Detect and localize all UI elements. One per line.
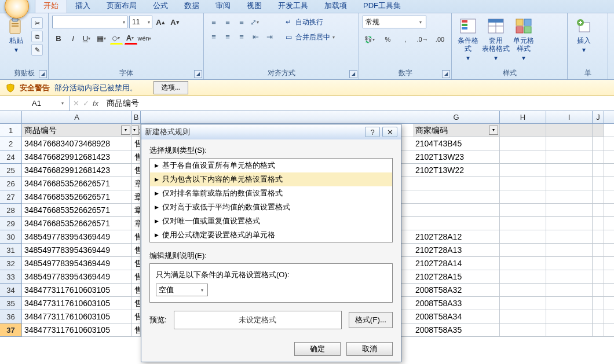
- cell[interactable]: [546, 270, 593, 283]
- rule-type-item[interactable]: 仅对高于或低于平均值的数值设置格式: [150, 200, 392, 214]
- cell[interactable]: [593, 257, 604, 270]
- cell[interactable]: [593, 284, 604, 296]
- condition-select[interactable]: 空值▾: [156, 284, 208, 296]
- phonetic-button[interactable]: wén▾: [139, 32, 152, 45]
- filter-dropdown[interactable]: ▾: [132, 126, 139, 135]
- row-header[interactable]: 34: [0, 284, 22, 297]
- cell[interactable]: 3484766829912681423: [22, 150, 132, 163]
- cell[interactable]: 售: [132, 150, 141, 163]
- alignment-dialog-launcher[interactable]: ◢: [349, 70, 357, 78]
- cell[interactable]: 售: [132, 244, 141, 256]
- cell[interactable]: [546, 284, 593, 296]
- cell[interactable]: 3485497783954369449: [22, 257, 132, 270]
- cell[interactable]: [500, 164, 546, 177]
- cancel-button[interactable]: 取消: [346, 342, 393, 356]
- shrink-font-button[interactable]: A▾: [169, 16, 181, 28]
- cut-button[interactable]: ✂: [31, 17, 43, 29]
- cell[interactable]: [500, 257, 546, 270]
- cell[interactable]: 章: [132, 204, 141, 216]
- cell[interactable]: [500, 137, 546, 150]
- cell[interactable]: [546, 323, 593, 336]
- cancel-formula-icon[interactable]: ✕: [73, 99, 79, 108]
- cell[interactable]: 3485497783954369449: [22, 270, 132, 283]
- align-center-button[interactable]: ≡: [221, 30, 234, 43]
- cell[interactable]: [500, 204, 546, 216]
- font-size-combo[interactable]: 11▾: [129, 16, 152, 28]
- underline-button[interactable]: U▾: [81, 32, 94, 45]
- cell[interactable]: [500, 284, 546, 296]
- wrap-text-button[interactable]: ↵自动换行: [282, 16, 339, 28]
- row-header[interactable]: 36: [0, 310, 22, 323]
- cell[interactable]: [500, 230, 546, 243]
- formula-input[interactable]: 商品编号: [102, 96, 614, 111]
- cell[interactable]: [500, 217, 546, 230]
- cell[interactable]: [593, 230, 604, 243]
- cell[interactable]: 3484773117610603105: [22, 284, 132, 296]
- row-header[interactable]: 31: [0, 244, 22, 257]
- row-header[interactable]: 33: [0, 270, 22, 284]
- col-header-I[interactable]: I: [546, 111, 593, 123]
- cell[interactable]: 2008T58A35: [413, 323, 500, 336]
- cell[interactable]: 商家编码▾: [413, 124, 500, 137]
- cell[interactable]: 2102T13W23: [413, 150, 500, 163]
- cell[interactable]: [546, 230, 593, 243]
- row-header[interactable]: 1: [0, 124, 22, 137]
- accounting-format-button[interactable]: 💱▾: [363, 33, 378, 46]
- rule-type-item[interactable]: 基于各自值设置所有单元格的格式: [150, 159, 392, 172]
- cell[interactable]: [593, 177, 604, 190]
- cell[interactable]: 售: [132, 230, 141, 243]
- cell[interactable]: [546, 310, 593, 323]
- cell[interactable]: [593, 297, 604, 310]
- name-box[interactable]: A1▾: [0, 96, 70, 111]
- format-as-table-button[interactable]: 套用 表格格式▾: [483, 16, 509, 67]
- rule-type-list[interactable]: 基于各自值设置所有单元格的格式只为包含以下内容的单元格设置格式仅对排名靠前或靠后…: [149, 158, 393, 242]
- copy-button[interactable]: ⧉: [31, 31, 43, 42]
- cell[interactable]: [546, 177, 593, 190]
- row-header[interactable]: 24: [0, 150, 22, 164]
- cell[interactable]: [546, 257, 593, 270]
- cell[interactable]: [593, 204, 604, 216]
- cell[interactable]: 出▾: [132, 124, 141, 137]
- cell[interactable]: 章: [132, 177, 141, 190]
- rule-type-item[interactable]: 使用公式确定要设置格式的单元格: [150, 228, 392, 242]
- cell[interactable]: [593, 217, 604, 230]
- row-header[interactable]: 30: [0, 230, 22, 244]
- cell[interactable]: [546, 164, 593, 177]
- cell[interactable]: 3484766853526626571: [22, 177, 132, 190]
- fill-color-button[interactable]: ◇▾: [110, 32, 123, 45]
- cell[interactable]: 商品编号▾: [22, 124, 132, 137]
- cell[interactable]: [593, 164, 604, 177]
- clipboard-dialog-launcher[interactable]: ◢: [39, 70, 47, 78]
- number-dialog-launcher[interactable]: ◢: [442, 70, 450, 78]
- cell[interactable]: 售: [132, 257, 141, 270]
- cell[interactable]: 售: [132, 164, 141, 177]
- cell[interactable]: 2102T13W22: [413, 164, 500, 177]
- col-header-J[interactable]: J: [593, 111, 604, 123]
- cell[interactable]: [593, 190, 604, 203]
- ribbon-tab-0[interactable]: 开始: [35, 0, 67, 13]
- cell[interactable]: [500, 323, 546, 336]
- conditional-format-button[interactable]: 条件格式▾: [455, 16, 481, 67]
- row-header[interactable]: 35: [0, 297, 22, 310]
- cell[interactable]: 3484766853526626571: [22, 217, 132, 230]
- orientation-button[interactable]: ⤢▾: [249, 16, 262, 28]
- paste-button[interactable]: 粘贴 ▾: [3, 16, 29, 67]
- row-header[interactable]: 29: [0, 217, 22, 230]
- cell[interactable]: 售: [132, 284, 141, 296]
- cell[interactable]: [546, 137, 593, 150]
- cell[interactable]: [413, 204, 500, 216]
- cell[interactable]: [500, 297, 546, 310]
- bold-button[interactable]: B: [52, 32, 65, 45]
- font-color-button[interactable]: A▾: [125, 32, 137, 45]
- cell[interactable]: 2008T58A33: [413, 297, 500, 310]
- row-header[interactable]: 27: [0, 190, 22, 204]
- cell[interactable]: [593, 310, 604, 323]
- cell[interactable]: [546, 204, 593, 216]
- ribbon-tab-3[interactable]: 公式: [145, 0, 176, 13]
- cell[interactable]: 3484766834073468928: [22, 137, 132, 150]
- increase-indent-button[interactable]: ⇥: [263, 30, 276, 43]
- cell[interactable]: [500, 270, 546, 283]
- merge-center-button[interactable]: ▭合并后居中▾: [282, 31, 339, 43]
- fx-button[interactable]: fx: [93, 99, 98, 108]
- rule-type-item[interactable]: 仅对唯一值或重复值设置格式: [150, 214, 392, 228]
